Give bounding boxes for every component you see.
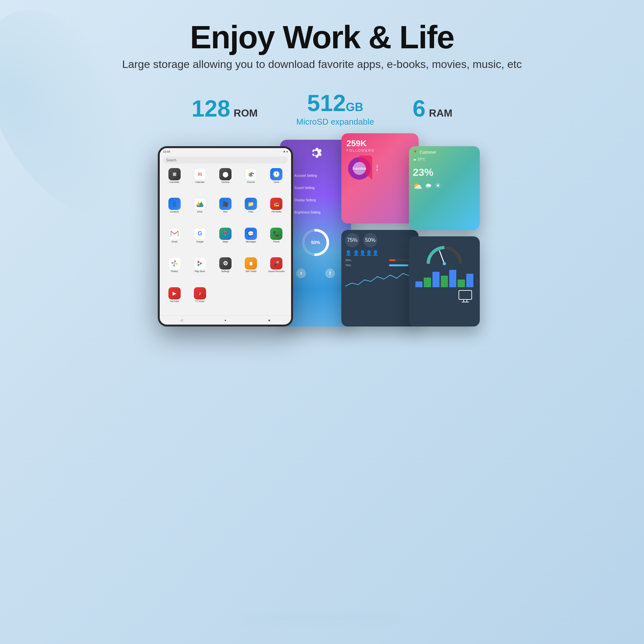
app-google-label: Google bbox=[196, 241, 204, 243]
content-area: 10:04 ★ ♦ Search ⊞ Calculator 31 bbox=[0, 146, 644, 339]
location-label: 📍Customer bbox=[413, 150, 476, 155]
stat-label-1: 25% bbox=[345, 259, 351, 262]
bar-chart bbox=[413, 268, 476, 287]
tablet-device: 10:04 ★ ♦ Search ⊞ Calculator 31 bbox=[158, 146, 293, 327]
share-icon[interactable]: ⬆ bbox=[296, 269, 306, 278]
app-calendar-label: Calendar bbox=[195, 181, 204, 184]
ytmusic-icon: ♪ bbox=[194, 287, 206, 299]
app-playstore-label: Play Store bbox=[195, 270, 205, 273]
files-icon: 📁 bbox=[245, 198, 257, 210]
gmail-icon bbox=[168, 228, 181, 240]
duo-icon: 🎥 bbox=[219, 198, 232, 210]
analytics-panel: 259K FOLLOWERS Function 3 4 bbox=[341, 133, 419, 223]
status-icons: ★ ♦ bbox=[283, 150, 288, 153]
app-photos[interactable]: Photos bbox=[162, 256, 186, 284]
photos-icon bbox=[168, 257, 181, 270]
google-icon: G bbox=[194, 228, 206, 240]
simtoolkit-icon: 📋 bbox=[245, 257, 257, 270]
stats-circle-2: 50% bbox=[363, 233, 377, 247]
cloud-icon: ⛅ bbox=[413, 182, 422, 191]
camera-icon: ⬤ bbox=[219, 168, 232, 180]
tablet-wrapper: 10:04 ★ ♦ Search ⊞ Calculator 31 bbox=[158, 146, 293, 327]
app-clock[interactable]: 🕐 Clock bbox=[264, 167, 289, 195]
app-ytmusic[interactable]: ♪ YT Music bbox=[188, 286, 212, 314]
app-settings[interactable]: ⚙ Settings bbox=[213, 256, 237, 284]
dark-analytics-panel: 75% 50% 👤 👤👤👤👤 25% 75% bbox=[341, 230, 419, 327]
app-drive-label: Drive bbox=[197, 211, 203, 213]
app-maps[interactable]: 📍 Maps bbox=[213, 226, 237, 255]
maps-icon: 📍 bbox=[219, 228, 232, 240]
app-files[interactable]: 📁 Files bbox=[239, 196, 263, 225]
mini-line-chart bbox=[345, 270, 415, 291]
tablet-search-bar[interactable]: Search bbox=[163, 156, 288, 164]
weather-map-panel: 📍Customer ☁ 18°C 23% ⛅ 🌧 ☀ bbox=[409, 146, 480, 230]
weather-info: ☁ 18°C bbox=[413, 157, 476, 161]
app-soundrecorder[interactable]: 🎤 Sound Recorder bbox=[264, 256, 289, 284]
app-phone[interactable]: 📞 Phone bbox=[264, 226, 289, 255]
panels-container: 👤 Account Setting 🔊 Sound Setting 📱 Disp… bbox=[280, 146, 486, 339]
facebook-icon[interactable]: f bbox=[325, 269, 335, 278]
chrome-icon bbox=[245, 168, 257, 180]
spec-rom-label: ROM bbox=[234, 107, 258, 119]
clock-icon: 🕐 bbox=[270, 168, 282, 180]
app-playstore[interactable]: Play Store bbox=[188, 256, 212, 284]
rain-icon: 🌧 bbox=[425, 182, 432, 191]
messages-icon: 💬 bbox=[245, 228, 257, 240]
app-soundrecorder-label: Sound Recorder bbox=[268, 270, 285, 273]
spec-storage-unit: GB bbox=[346, 100, 363, 114]
home-button[interactable]: ● bbox=[223, 318, 228, 323]
spec-storage: 512GB MicroSD expandable bbox=[296, 90, 374, 127]
app-messages-label: Messages bbox=[246, 241, 256, 243]
recent-button[interactable]: ■ bbox=[267, 318, 272, 323]
tablet-statusbar: 10:04 ★ ♦ bbox=[160, 148, 291, 155]
app-fmradio[interactable]: 📻 FM Radio bbox=[264, 196, 289, 225]
app-camera[interactable]: ⬤ Camera bbox=[213, 167, 237, 195]
contacts-icon: 👤 bbox=[168, 198, 181, 210]
display-label: Display Setting bbox=[294, 198, 316, 202]
app-ytmusic-label: YT Music bbox=[195, 300, 204, 303]
app-youtube-label: YouTube bbox=[170, 300, 179, 303]
spec-storage-number: 512 bbox=[307, 90, 346, 116]
app-maps-label: Maps bbox=[223, 241, 228, 243]
svg-marker-10 bbox=[200, 262, 202, 265]
app-files-label: Files bbox=[249, 211, 253, 213]
dashboard-panel bbox=[409, 236, 480, 327]
youtube-icon: ▶ bbox=[168, 287, 181, 299]
stat-label-2: 75% bbox=[345, 264, 351, 267]
app-contacts[interactable]: 👤 Contacts bbox=[162, 196, 186, 225]
dark-panel-content: 75% 50% 👤 👤👤👤👤 25% 75% bbox=[341, 230, 419, 294]
app-gmail[interactable]: Gmail bbox=[162, 226, 186, 255]
tablet-screen: 10:04 ★ ♦ Search ⊞ Calculator 31 bbox=[160, 148, 291, 325]
followers-count: 259K bbox=[346, 138, 413, 148]
status-time: 10:04 bbox=[163, 150, 170, 153]
app-youtube[interactable]: ▶ YouTube bbox=[162, 286, 186, 314]
speedometer-display bbox=[413, 243, 476, 265]
app-messages[interactable]: 💬 Messages bbox=[239, 226, 263, 255]
app-duo-label: Duo bbox=[223, 211, 228, 213]
app-fmradio-label: FM Radio bbox=[271, 211, 281, 213]
stat-row-2: 75% bbox=[345, 264, 415, 267]
svg-marker-9 bbox=[198, 263, 200, 266]
svg-point-18 bbox=[443, 262, 446, 265]
app-duo[interactable]: 🎥 Duo bbox=[213, 196, 237, 225]
app-google[interactable]: G Google bbox=[188, 226, 212, 255]
calculator-icon: ⊞ bbox=[168, 168, 181, 180]
app-phone-label: Phone bbox=[273, 241, 279, 243]
stats-circle-1: 75% bbox=[345, 233, 359, 247]
soundrecorder-icon: 🎤 bbox=[270, 257, 282, 270]
app-calculator[interactable]: ⊞ Calculator bbox=[162, 167, 186, 195]
settings-icon: ⚙ bbox=[219, 257, 232, 270]
svg-line-17 bbox=[440, 251, 444, 264]
back-button[interactable]: ◁ bbox=[179, 318, 184, 323]
spec-ram-label: RAM bbox=[429, 107, 452, 119]
app-chrome[interactable]: Chrome bbox=[239, 167, 263, 195]
calendar-icon: 31 bbox=[194, 168, 206, 180]
app-drive[interactable]: Drive bbox=[188, 196, 212, 225]
svg-marker-7 bbox=[198, 260, 200, 263]
app-clock-label: Clock bbox=[274, 181, 279, 184]
app-simtoolkit[interactable]: 📋 SIM Toolkit bbox=[239, 256, 263, 284]
app-chrome-label: Chrome bbox=[247, 181, 255, 184]
app-calendar[interactable]: 31 Calendar bbox=[188, 167, 212, 195]
playstore-icon bbox=[194, 257, 206, 270]
app-simtoolkit-label: SIM Toolkit bbox=[245, 270, 256, 273]
